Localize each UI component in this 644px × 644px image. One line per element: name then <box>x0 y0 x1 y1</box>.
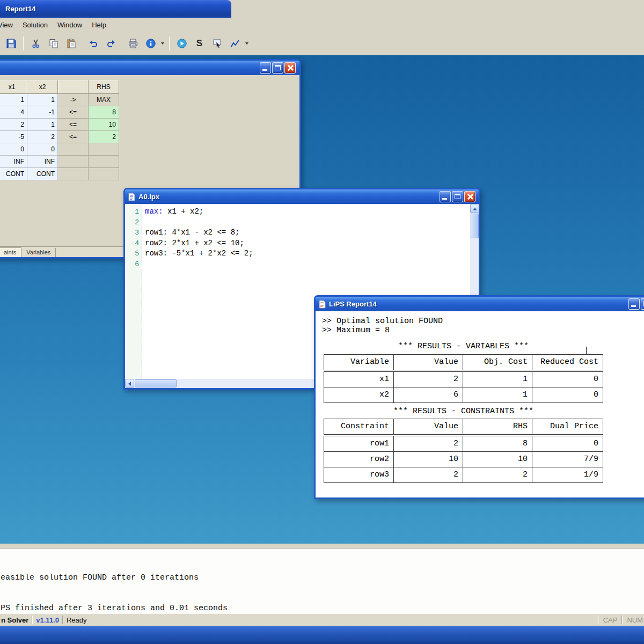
grid-cell[interactable]: CONT <box>0 168 27 180</box>
maximize-icon <box>275 65 281 70</box>
solution-table-button[interactable]: S <box>192 36 207 52</box>
grid-cell: <= <box>58 106 89 119</box>
report-window-body: >> Optimal solution FOUND >> Maximum = 8… <box>316 311 644 497</box>
about-button[interactable] <box>143 36 158 52</box>
table-cell: 10 <box>393 452 463 467</box>
grid-cell[interactable]: 1 <box>0 94 27 106</box>
menu-help[interactable]: Help <box>87 19 111 31</box>
document-icon <box>128 193 136 201</box>
grid-cell[interactable]: 2 <box>0 119 27 131</box>
paste-icon <box>66 38 77 49</box>
sensitivity-button[interactable] <box>209 36 225 52</box>
close-icon <box>285 63 295 73</box>
grid-cell[interactable]: INF <box>27 156 58 168</box>
table-row: Variable Value Obj. Cost Reduced Cost <box>324 355 603 370</box>
close-button[interactable] <box>464 191 475 202</box>
copy-button[interactable] <box>46 36 61 52</box>
scroll-up-button[interactable] <box>470 204 479 213</box>
solve-button[interactable] <box>174 36 189 52</box>
mdi-area: x1 x2 RHS 1 1 -> MAX 4 -1 <= <box>0 55 644 544</box>
cut-button[interactable] <box>28 36 43 52</box>
scrollbar-thumb[interactable] <box>135 379 177 387</box>
maximize-button[interactable] <box>452 191 463 202</box>
toolbar-separator <box>169 36 170 50</box>
column-header <box>58 80 89 94</box>
grid-cell <box>89 156 119 168</box>
grid-cell[interactable]: 2 <box>89 131 119 143</box>
statusbar-separator <box>598 616 599 624</box>
grid-cell[interactable]: 2 <box>27 131 58 143</box>
grid-cell[interactable]: INF <box>0 156 27 168</box>
minimize-button[interactable] <box>440 191 451 202</box>
grid-cell[interactable]: 1 <box>27 119 58 131</box>
line-number: 6 <box>125 259 142 270</box>
print-button[interactable] <box>125 36 141 52</box>
main-titlebar[interactable]: Report14 <box>0 0 231 18</box>
tab-constraints[interactable]: aints <box>0 247 21 257</box>
model-window-controls <box>260 62 296 74</box>
model-window-titlebar[interactable] <box>0 61 299 75</box>
keyword: max: <box>145 207 163 216</box>
scroll-left-button[interactable] <box>125 379 134 388</box>
table-cell: 2 <box>393 436 463 451</box>
grid-cell[interactable]: -1 <box>27 106 58 119</box>
code-text: row3: -5*x1 + 2*x2 <= 2; <box>145 249 253 258</box>
grid-cell[interactable]: 8 <box>89 106 119 119</box>
grid-cell <box>58 156 89 168</box>
scrollbar-thumb[interactable] <box>471 214 479 238</box>
close-button[interactable] <box>284 62 296 74</box>
table-row: 0 0 <box>0 143 119 156</box>
table-header-cell: Obj. Cost <box>463 355 532 370</box>
minimize-button[interactable] <box>628 298 640 310</box>
editor-window-titlebar[interactable]: A0.lpx <box>125 189 479 204</box>
statusbar: n Solver v1.11.0 Ready CAP NUM <box>0 613 644 626</box>
maximize-button[interactable] <box>272 62 283 74</box>
grid-cell[interactable]: 10 <box>89 119 119 131</box>
paste-button[interactable] <box>63 36 79 52</box>
minimize-button[interactable] <box>260 62 271 74</box>
report-window-controls <box>628 298 644 310</box>
menu-solution[interactable]: Solution <box>18 19 53 31</box>
redo-button[interactable] <box>103 36 119 52</box>
maximize-button[interactable] <box>641 298 644 310</box>
table-cell: 0 <box>532 372 603 387</box>
table-row: row3 2 2 1/9 <box>324 467 603 482</box>
toolbar-overflow-arrow[interactable] <box>161 42 164 45</box>
code-line: row3: -5*x1 + 2*x2 <= 2; <box>145 248 470 259</box>
table-header-cell: Variable <box>324 355 393 370</box>
table-row: row1 2 8 0 <box>324 436 603 451</box>
report-icon <box>318 300 326 309</box>
table-cell: row3 <box>324 467 393 482</box>
grid-cell[interactable]: CONT <box>27 168 58 180</box>
grid-cell[interactable]: 1 <box>27 94 58 106</box>
statusbar-separator <box>62 616 63 624</box>
variables-heading: *** RESULTS - VARIABLES *** <box>324 342 603 351</box>
save-button[interactable] <box>3 36 19 52</box>
statusbar-version: v1.11.0 <box>36 616 59 624</box>
graphic-method-button[interactable] <box>227 36 243 52</box>
grid-cell[interactable]: 4 <box>0 106 27 119</box>
code-line <box>145 259 470 270</box>
undo-button[interactable] <box>85 36 101 52</box>
report-window-titlebar[interactable]: LiPS Report14 <box>316 297 644 311</box>
tab-variables[interactable]: Variables <box>21 248 56 257</box>
solver-log: easible solution FOUND after 0 iteration… <box>0 548 644 613</box>
table-cell: 0 <box>532 387 603 402</box>
line-number: 2 <box>125 217 142 228</box>
toolbar-overflow-arrow[interactable] <box>245 42 248 45</box>
line-number: 5 <box>125 248 142 259</box>
grid-cell[interactable]: 0 <box>27 143 58 156</box>
grid-cell[interactable]: -5 <box>0 131 27 143</box>
code-text: x1 + x2; <box>163 207 204 216</box>
menu-view[interactable]: View <box>0 19 18 31</box>
statusbar-separator <box>32 616 33 624</box>
print-icon <box>128 38 138 49</box>
grid-cell <box>89 143 119 156</box>
code-line: row1: 4*x1 - x2 <= 8; <box>145 228 470 238</box>
editor-window-controls <box>440 191 475 202</box>
table-cell: x2 <box>324 387 393 402</box>
table-header-cell: Reduced Cost <box>532 355 603 370</box>
table-cell: 0 <box>532 436 603 451</box>
grid-cell[interactable]: 0 <box>0 143 27 156</box>
menu-window[interactable]: Window <box>53 19 87 31</box>
